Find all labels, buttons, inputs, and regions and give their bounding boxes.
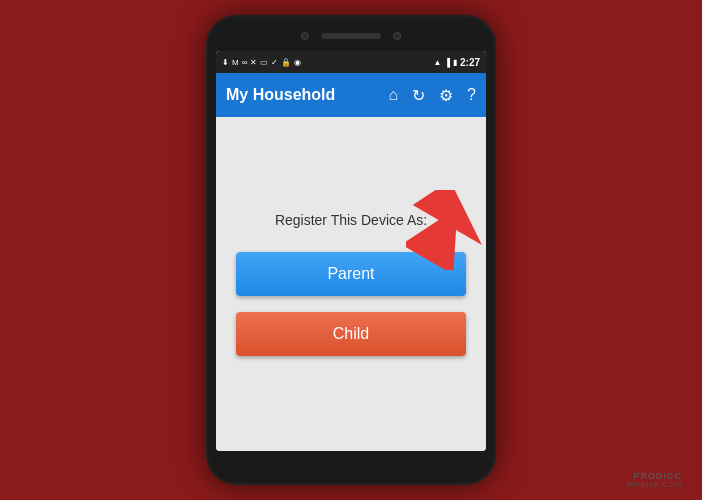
download-icon: ⬇ — [222, 58, 229, 67]
watermark-line1: PRODICC — [633, 471, 682, 481]
phone-top-physical — [216, 25, 486, 47]
status-icons-right: ▲ ▐ ▮ 2:27 — [433, 57, 480, 68]
help-icon[interactable]: ? — [467, 86, 476, 104]
front-camera — [301, 32, 309, 40]
home-icon[interactable]: ⌂ — [388, 86, 398, 104]
game-icon: ◉ — [294, 58, 301, 67]
lock-icon: 🔒 — [281, 58, 291, 67]
speaker — [321, 33, 381, 39]
check-icon: ✓ — [271, 58, 278, 67]
app-bar: My Household ⌂ ↻ ⚙ ? — [216, 73, 486, 117]
settings-icon[interactable]: ⚙ — [439, 86, 453, 105]
child-button[interactable]: Child — [236, 312, 466, 356]
main-content: Register This Device As: Parent Child — [216, 117, 486, 451]
signal-icon: ▐ — [444, 58, 450, 67]
watermark-line2: MOBILE.COM — [627, 481, 682, 488]
status-icons-left: ⬇ M ∞ ✕ ▭ ✓ 🔒 ◉ — [222, 58, 301, 67]
time-display: 2:27 — [460, 57, 480, 68]
refresh-icon[interactable]: ↻ — [412, 86, 425, 105]
phone-frame: ⬇ M ∞ ✕ ▭ ✓ 🔒 ◉ ▲ ▐ ▮ 2:27 My Household … — [206, 15, 496, 485]
sensor — [393, 32, 401, 40]
phone-screen: ⬇ M ∞ ✕ ▭ ✓ 🔒 ◉ ▲ ▐ ▮ 2:27 My Household … — [216, 51, 486, 451]
mail-icon: M — [232, 58, 239, 67]
wifi-icon: ▲ — [433, 58, 441, 67]
parent-button[interactable]: Parent — [236, 252, 466, 296]
battery-icon: ▮ — [453, 58, 457, 67]
register-prompt: Register This Device As: — [275, 212, 427, 228]
status-bar: ⬇ M ∞ ✕ ▭ ✓ 🔒 ◉ ▲ ▐ ▮ 2:27 — [216, 51, 486, 73]
mute-icon: ✕ — [250, 58, 257, 67]
watermark: PRODICC MOBILE.COM — [627, 471, 682, 488]
voicemail-icon: ∞ — [242, 58, 248, 67]
app-title: My Household — [226, 86, 388, 104]
app-bar-actions: ⌂ ↻ ⚙ ? — [388, 86, 476, 105]
phone-icon: ▭ — [260, 58, 268, 67]
